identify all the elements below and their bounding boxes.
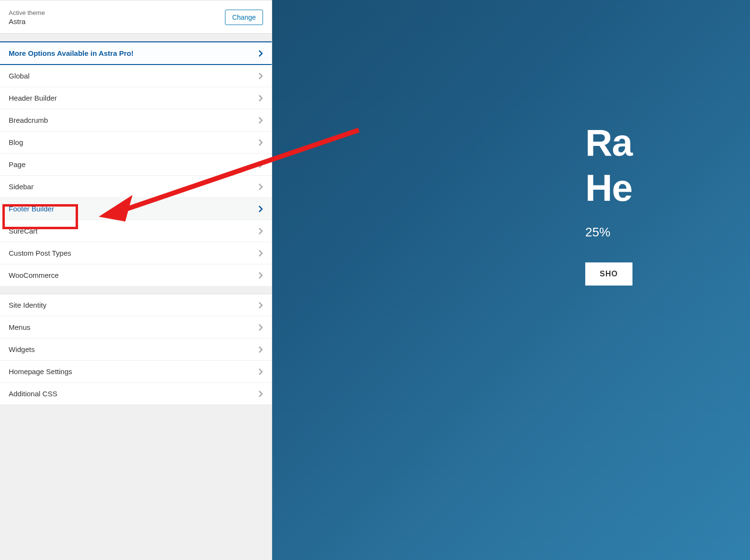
menu-item-woocommerce[interactable]: WooCommerce (0, 264, 272, 287)
menu-item-sidebar[interactable]: Sidebar (0, 176, 272, 198)
menu-label: Additional CSS (9, 390, 57, 398)
menu-item-menus[interactable]: Menus (0, 316, 272, 339)
sidebar-filler (0, 405, 272, 560)
chevron-right-icon (258, 249, 263, 257)
menu-item-page[interactable]: Page (0, 154, 272, 176)
menu-label: Breadcrumb (9, 116, 48, 124)
menu-item-footer-builder[interactable]: Footer Builder (0, 198, 272, 220)
hero-text: Ra He 25% (585, 120, 632, 240)
menu-item-custom-post-types[interactable]: Custom Post Types (0, 242, 272, 264)
menu-item-blog[interactable]: Blog (0, 131, 272, 154)
menu-item-additional-css[interactable]: Additional CSS (0, 383, 272, 405)
menu-item-site-identity[interactable]: Site Identity (0, 294, 272, 316)
hero-subtitle: 25% (585, 225, 632, 240)
menu-label: Homepage Settings (9, 367, 72, 376)
hero-title: Ra He (585, 120, 632, 210)
hero-title-line1: Ra (585, 121, 632, 164)
menu-label: Widgets (9, 345, 35, 353)
chevron-right-icon (258, 301, 263, 309)
chevron-right-icon (258, 272, 263, 279)
chevron-right-icon (258, 72, 263, 80)
site-preview: Ra He 25% SHO (272, 0, 750, 560)
menu-item-header-builder[interactable]: Header Builder (0, 87, 272, 109)
chevron-right-icon (258, 324, 263, 331)
menu-item-breadcrumb[interactable]: Breadcrumb (0, 109, 272, 131)
change-theme-button[interactable]: Change (225, 10, 263, 25)
chevron-right-icon (258, 390, 263, 398)
customizer-sidebar: Active theme Astra Change More Options A… (0, 0, 272, 560)
menu-label: Menus (9, 323, 30, 331)
hero-cta-button[interactable]: SHO (585, 262, 632, 286)
menu-label: Site Identity (9, 301, 46, 309)
chevron-right-icon (258, 117, 263, 124)
active-theme-label: Active theme (9, 9, 45, 16)
menu-item-surecart[interactable]: SureCart (0, 220, 272, 242)
active-theme-name: Astra (9, 17, 45, 26)
chevron-right-icon (258, 94, 263, 102)
menu-label: Global (9, 72, 29, 80)
menu-label: Footer Builder (9, 205, 54, 213)
menu-label: Blog (9, 138, 23, 146)
menu-item-homepage-settings[interactable]: Homepage Settings (0, 361, 272, 383)
menu-item-global[interactable]: Global (0, 65, 272, 87)
menu-label: Custom Post Types (9, 249, 71, 257)
menu-label: Page (9, 160, 26, 169)
menu-group-1: Site Identity Menus Widgets Homepage Set… (0, 294, 272, 405)
section-spacer (0, 287, 272, 294)
chevron-right-icon (258, 183, 263, 191)
chevron-right-icon (258, 346, 263, 353)
theme-header: Active theme Astra Change (0, 0, 272, 34)
menu-item-astra-pro[interactable]: More Options Available in Astra Pro! (0, 41, 272, 65)
chevron-right-icon (258, 368, 263, 376)
chevron-right-icon (258, 227, 263, 235)
chevron-right-icon (258, 50, 263, 57)
menu-item-widgets[interactable]: Widgets (0, 339, 272, 361)
menu-label: WooCommerce (9, 271, 59, 279)
hero-title-line2: He (585, 167, 632, 209)
section-spacer (0, 34, 272, 41)
menu-label: SureCart (9, 227, 38, 235)
menu-group-0: More Options Available in Astra Pro! Glo… (0, 41, 272, 287)
menu-label: Sidebar (9, 182, 34, 191)
theme-info: Active theme Astra (9, 9, 45, 26)
chevron-right-icon (258, 139, 263, 146)
menu-label: Header Builder (9, 94, 57, 102)
chevron-right-icon (258, 161, 263, 169)
menu-label: More Options Available in Astra Pro! (9, 49, 133, 57)
chevron-right-icon (258, 205, 263, 213)
